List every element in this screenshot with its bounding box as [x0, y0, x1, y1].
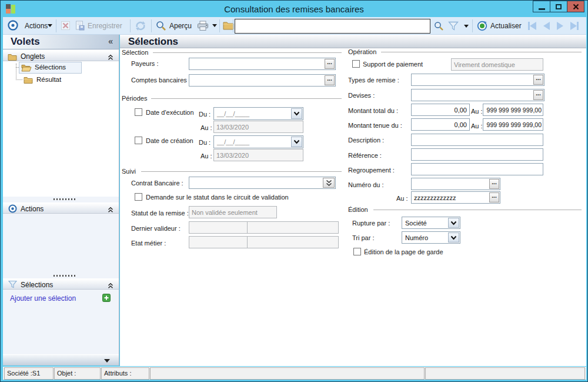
open-folder-icon	[21, 64, 32, 74]
date-execution-au-field	[213, 121, 303, 133]
preview-lens-icon[interactable]	[156, 21, 166, 34]
statut-remise-field	[189, 206, 277, 218]
contrat-input[interactable]	[189, 178, 335, 189]
collapse-sidebar-icon[interactable]: «	[108, 36, 113, 46]
support-paiement-checkbox[interactable]	[352, 60, 360, 68]
nav-last-button[interactable]	[570, 22, 579, 30]
save-button: Enregistrer	[88, 22, 122, 30]
numero-du-input[interactable]	[412, 179, 500, 190]
nav-last-icon	[570, 22, 577, 30]
regroupement-field	[411, 163, 543, 175]
maximize-button[interactable]	[550, 1, 567, 12]
group-suivi-label: Suivi	[122, 168, 136, 175]
nav-first-button[interactable]	[528, 22, 536, 30]
filter-funnel-icon[interactable]	[448, 21, 459, 33]
payeurs-input[interactable]	[189, 59, 335, 70]
montant-tenue-label: Montant tenue du :	[348, 122, 402, 129]
comptes-lookup-button[interactable]: ...	[325, 75, 335, 85]
chevron-down-icon	[293, 111, 300, 116]
actions-panel	[3, 214, 119, 273]
tree-item-selections-label[interactable]: Sélections	[35, 64, 66, 71]
statut-remise-label: Statut de la remise :	[131, 210, 189, 217]
onglets-tree: Sélections Résultat	[3, 61, 119, 197]
section-selections-header[interactable]: Sélections	[3, 278, 119, 290]
nav-next-button[interactable]	[557, 22, 563, 30]
statut-remise-input	[189, 207, 276, 218]
rupture-par-select[interactable]: Société	[402, 217, 460, 229]
rupture-dropdown-button[interactable]	[448, 218, 459, 228]
close-button[interactable]	[567, 1, 584, 12]
types-remise-lookup-button[interactable]: ...	[533, 75, 543, 85]
printer-caret-icon[interactable]	[212, 24, 217, 27]
sidebar-bottom-bar[interactable]	[3, 354, 119, 366]
group-edition-label: Édition	[348, 206, 368, 213]
reference-input[interactable]	[412, 150, 543, 161]
title-bar[interactable]: Consultation des remises bancaires	[1, 1, 587, 17]
devises-input[interactable]	[412, 90, 544, 101]
date-execution-checkbox[interactable]	[135, 108, 142, 116]
tree-item-resultat-label[interactable]: Résultat	[36, 76, 61, 83]
devises-lookup-button[interactable]: ...	[533, 90, 543, 100]
date-dropdown-button[interactable]	[291, 137, 302, 147]
etat-metier-input-2	[248, 237, 338, 248]
search-input[interactable]	[235, 19, 430, 33]
montant-total-max-field	[483, 104, 543, 116]
date-creation-checkbox[interactable]	[135, 137, 142, 144]
toolbar-separator	[233, 19, 233, 32]
toolbar-separator	[472, 19, 473, 32]
preview-button[interactable]: Aperçu	[169, 22, 192, 30]
tri-dropdown-button[interactable]	[448, 232, 459, 243]
nav-previous-button[interactable]	[543, 22, 550, 30]
actions-caret-icon[interactable]	[48, 24, 52, 27]
tri-par-select[interactable]: Numéro	[402, 231, 460, 244]
search-box	[235, 19, 430, 34]
comptes-input[interactable]	[189, 75, 335, 87]
add-plus-icon[interactable]	[102, 294, 111, 304]
section-onglets-header[interactable]: Onglets	[3, 50, 119, 61]
sidebar-splitter[interactable]	[54, 275, 76, 277]
montant-tenue-max-input[interactable]	[483, 119, 543, 131]
demande-statut-checkbox[interactable]	[135, 193, 142, 201]
status-societe: Société :S1	[4, 367, 54, 380]
window-title: Consultation des remises bancaires	[1, 4, 587, 14]
montant-total-max-input[interactable]	[483, 105, 543, 116]
montant-tenue-min-input[interactable]	[412, 119, 469, 131]
numero-au-lookup-button[interactable]: ...	[489, 192, 499, 202]
add-selection-link[interactable]: Ajouter une sélection	[10, 294, 76, 303]
section-actions-header[interactable]: Actions	[3, 202, 119, 214]
refresh-button[interactable]: Actualiser	[490, 22, 522, 30]
date-dropdown-button[interactable]	[291, 108, 302, 119]
numero-au-input[interactable]	[412, 192, 500, 204]
sidebar-divider[interactable]	[119, 35, 119, 366]
status-cell-empty	[150, 367, 425, 380]
numero-du-lookup-button[interactable]: ...	[489, 179, 499, 189]
chevron-double-down-icon	[326, 180, 332, 187]
contrat-expand-button[interactable]	[323, 178, 335, 188]
numero-du-field: ...	[411, 178, 500, 190]
montant-total-min-input[interactable]	[412, 105, 469, 116]
types-remise-input[interactable]	[412, 75, 544, 86]
payeurs-lookup-button[interactable]: ...	[325, 59, 335, 69]
actions-menu-button[interactable]: Actions	[25, 22, 48, 30]
sidebar: Volets « Onglets Sélections	[3, 35, 119, 366]
chevron-down-icon	[450, 235, 457, 240]
payeurs-field: ...	[189, 58, 336, 70]
regroupement-input[interactable]	[412, 164, 543, 175]
tri-par-label: Tri par :	[352, 234, 375, 241]
status-bar: Société :S1 Objet : Attributs :	[3, 367, 586, 380]
support-paiement-input	[452, 59, 543, 71]
printer-icon[interactable]	[196, 21, 209, 34]
search-lens-icon[interactable]	[434, 21, 444, 34]
payeurs-label: Payeurs :	[131, 60, 158, 67]
dernier-valideur-input-2	[248, 222, 338, 234]
minimize-button[interactable]	[533, 1, 550, 12]
sidebar-header: Volets «	[3, 35, 119, 49]
save-icon	[75, 21, 85, 33]
description-input[interactable]	[412, 135, 543, 146]
filter-caret-icon[interactable]	[464, 25, 469, 28]
page-garde-checkbox[interactable]	[353, 248, 361, 255]
numero-au-field: ...	[411, 191, 500, 204]
devises-field: ...	[411, 89, 544, 101]
refresh-circle-icon[interactable]	[477, 21, 487, 34]
sidebar-splitter[interactable]	[54, 198, 76, 200]
